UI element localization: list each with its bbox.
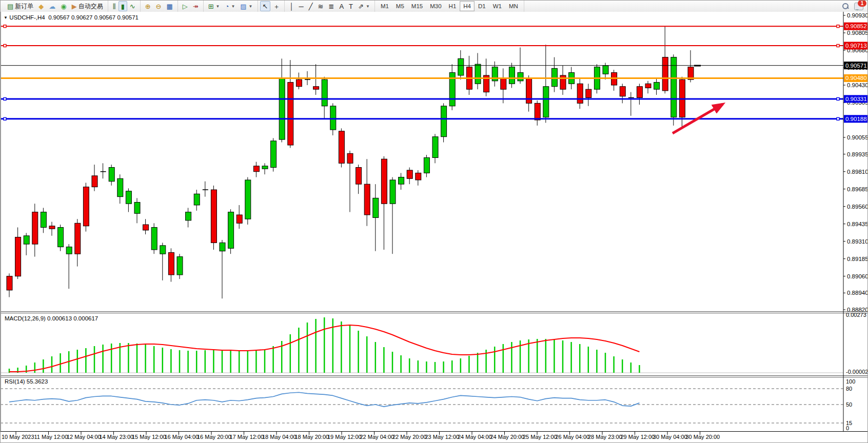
macd-histogram-bar <box>298 328 300 373</box>
macd-histogram-bar <box>383 347 385 373</box>
time-axis-label: 12 May 04:00 <box>67 434 101 440</box>
candle-body <box>543 87 549 117</box>
line-chart-mode-button[interactable]: ∿ <box>127 1 138 11</box>
candle-body <box>424 157 429 173</box>
timeframe-m1[interactable]: M1 <box>377 1 392 11</box>
chart-shift-button[interactable]: ↠ <box>190 1 201 11</box>
cursor-tool-button[interactable]: ↖ <box>260 1 271 11</box>
notifications-button[interactable]: 1 <box>854 3 863 10</box>
periods-button[interactable]: ◔▼ <box>223 1 238 11</box>
macd-histogram-bar <box>468 356 470 373</box>
price-tick-label: 0.89185 <box>847 256 868 262</box>
candle-body <box>220 243 225 251</box>
support-line-1-handle[interactable] <box>4 97 6 100</box>
timeframe-mn[interactable]: MN <box>505 1 522 11</box>
community-button[interactable]: ☁ <box>46 1 58 11</box>
label-tool-button[interactable]: T <box>346 1 356 11</box>
timeframe-h1[interactable]: H1 <box>445 1 460 11</box>
time-axis-label: 15 May 12:00 <box>132 434 166 440</box>
time-axis-label: 24 May 04:00 <box>458 434 492 440</box>
timeframe-m15[interactable]: M15 <box>408 1 426 11</box>
candle-body <box>441 106 447 137</box>
chart-shift-icon: ↠ <box>193 3 199 10</box>
macd-histogram-bar <box>60 353 61 373</box>
macd-histogram-bar <box>324 317 325 373</box>
indicators-button[interactable]: ⊞▼ <box>206 1 223 11</box>
macd-histogram-bar <box>596 350 598 373</box>
signals-button[interactable]: ◉ <box>58 1 69 11</box>
candle-body <box>92 176 97 187</box>
fibonacci-tool-button[interactable]: ≣ <box>326 1 337 11</box>
support-line-1-handle[interactable] <box>837 97 839 100</box>
trendline-tool-button[interactable]: ╱ <box>306 1 315 11</box>
channel-tool-button[interactable]: ≋ <box>315 1 326 11</box>
support-line-2-handle[interactable] <box>837 117 839 120</box>
auto-scroll-button[interactable]: ▷ <box>180 1 190 11</box>
vertical-line-tool-button[interactable]: │ <box>287 1 296 11</box>
rsi-axis-label: 50 <box>846 401 852 408</box>
candle-body <box>109 168 114 182</box>
crosshair-tool-button[interactable]: ＋ <box>270 1 282 11</box>
support-line-2-handle[interactable] <box>4 117 6 120</box>
candle-body <box>381 159 387 204</box>
candle-body <box>15 237 21 276</box>
current-price-line-badge-label: 0.90571 <box>845 63 867 69</box>
macd-histogram-bar <box>205 350 206 373</box>
candle-body <box>313 87 319 89</box>
search-button[interactable] <box>842 3 849 10</box>
templates-button[interactable]: ▨▼ <box>238 1 255 11</box>
resistance-line-1-handle[interactable] <box>4 25 6 28</box>
timeframe-m30[interactable]: M30 <box>426 1 445 11</box>
line-chart-icon: ∿ <box>130 3 135 10</box>
candle-body <box>501 78 506 89</box>
time-axis-label: 10 May 2023 <box>2 434 34 440</box>
macd-histogram-bar <box>77 350 78 373</box>
macd-histogram-bar <box>375 342 377 373</box>
auto-trading-button[interactable]: ▶自动交易 <box>69 1 106 11</box>
macd-histogram-bar <box>358 331 359 373</box>
resistance-line-1-handle[interactable] <box>837 25 839 28</box>
macd-histogram-bar <box>230 350 231 373</box>
macd-histogram-bar <box>187 351 189 373</box>
candle-body <box>83 187 89 226</box>
candle-body <box>177 257 183 275</box>
macd-histogram-bar <box>579 344 581 373</box>
macd-histogram-bar <box>460 358 462 373</box>
new-order-button[interactable]: ▤新订单 <box>5 1 36 11</box>
resistance-line-2-handle[interactable] <box>4 45 6 47</box>
time-axis-label: 25 May 12:00 <box>523 434 557 440</box>
time-axis-label: 22 May 04:00 <box>360 434 394 440</box>
mql-editor-button[interactable]: ◆ <box>36 1 46 11</box>
candle-body <box>151 227 157 250</box>
resistance-line-1-badge-label: 0.90852 <box>845 23 867 29</box>
price-tick-label: 0.89810 <box>847 169 868 175</box>
horizontal-line-tool-button[interactable]: ─ <box>297 1 306 11</box>
signals-icon: ◉ <box>61 3 66 10</box>
rsi-axis-label: 100 <box>846 378 855 385</box>
candlestick-mode-button[interactable]: ▮ <box>119 1 127 11</box>
toolbar-group: ⫼▮∿ <box>108 1 141 12</box>
tile-windows-button[interactable]: ▦ <box>164 1 175 11</box>
arrows-tool-button[interactable]: ⇗▼ <box>356 1 372 11</box>
timeframe-d1[interactable]: D1 <box>475 1 489 11</box>
macd-histogram-bar <box>51 356 53 373</box>
candle-body <box>586 89 591 97</box>
chevron-down-icon: ▼ <box>366 4 370 9</box>
macd-histogram-bar <box>94 346 95 373</box>
candle-body <box>577 84 583 103</box>
macd-histogram-bar <box>255 350 257 373</box>
bar-chart-mode-button[interactable]: ⫼ <box>110 1 119 11</box>
zoom-out-button[interactable]: ⊖ <box>153 1 164 11</box>
zoom-in-button[interactable]: ⊕ <box>143 1 153 11</box>
candle-body <box>7 276 12 290</box>
time-axis-label: 30 May 20:00 <box>686 434 720 440</box>
resistance-line-2-handle[interactable] <box>837 45 839 47</box>
price-tick-label: 0.90055 <box>847 134 868 140</box>
text-tool-button[interactable]: A <box>337 1 346 11</box>
timeframe-w1[interactable]: W1 <box>489 1 505 11</box>
price-tick-label: 0.90430 <box>847 82 868 88</box>
timeframe-h4[interactable]: H4 <box>460 1 475 11</box>
macd-histogram-bar <box>315 319 317 373</box>
indicators-icon: ⊞ <box>208 3 214 10</box>
timeframe-m5[interactable]: M5 <box>392 1 408 11</box>
